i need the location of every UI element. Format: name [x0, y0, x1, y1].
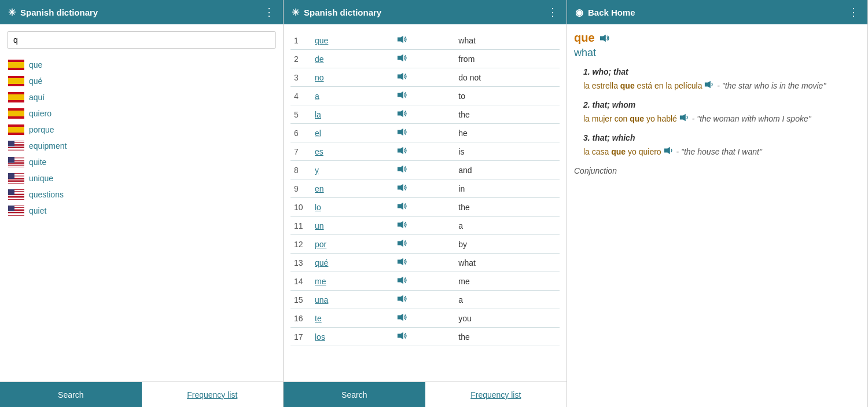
row-word[interactable]: que	[311, 31, 393, 50]
sense-sound[interactable]	[679, 113, 690, 122]
row-sound[interactable]	[393, 179, 455, 198]
row-word[interactable]: lo	[311, 198, 393, 217]
row-number: 12	[290, 235, 311, 254]
left-panel-content: quequéaquíquieroporqueequipmentquiteuniq…	[0, 24, 283, 382]
svg-marker-18	[705, 81, 711, 89]
row-word[interactable]: es	[311, 142, 393, 161]
row-sound[interactable]	[393, 68, 455, 87]
row-sound[interactable]	[393, 217, 455, 235]
list-item[interactable]: qué	[7, 73, 276, 89]
row-translation: is	[455, 142, 560, 161]
row-word[interactable]: te	[311, 309, 393, 328]
row-sound[interactable]	[393, 31, 455, 50]
list-item[interactable]: quiero	[7, 105, 276, 122]
row-translation: the	[455, 198, 560, 217]
search-left[interactable]: Search	[0, 382, 142, 407]
row-number: 16	[290, 309, 311, 328]
row-number: 9	[290, 179, 311, 198]
svg-marker-16	[398, 332, 403, 340]
right-panel-content: que what 1. who; that la estrella que es…	[567, 24, 867, 407]
svg-marker-3	[398, 91, 403, 99]
def-word-sound[interactable]	[599, 34, 610, 42]
right-panel-title-group: ◉ Back Home	[575, 7, 635, 18]
list-item[interactable]: quite	[7, 154, 276, 170]
definition-senses: 1. who; that la estrella que está en la …	[574, 67, 860, 158]
row-word[interactable]: un	[311, 217, 393, 235]
flag-es	[8, 92, 24, 102]
flag-es	[8, 76, 24, 86]
word-list: quequéaquíquieroporqueequipmentquiteuniq…	[7, 57, 276, 219]
middle-panel-content: 1 que what 2 de from 3 no do not 4 a to …	[284, 24, 567, 382]
word-text: quiet	[29, 206, 46, 215]
middle-panel-menu[interactable]: ⋮	[547, 6, 558, 19]
list-item[interactable]: questions	[7, 186, 276, 203]
table-row: 4 a to	[290, 87, 560, 105]
sense-example: la mujer con que yo hablé - "the woman w…	[583, 113, 860, 125]
row-word[interactable]: la	[311, 105, 393, 124]
row-sound[interactable]	[393, 309, 455, 328]
middle-panel-title: Spanish dictionary	[304, 8, 381, 17]
row-word[interactable]: una	[311, 291, 393, 309]
row-translation: in	[455, 179, 560, 198]
example-english: - "the house that I want"	[676, 147, 762, 156]
table-row: 11 un a	[290, 217, 560, 235]
word-text: aquí	[29, 93, 45, 102]
row-sound[interactable]	[393, 142, 455, 161]
svg-marker-5	[398, 129, 403, 136]
sense-item: 2. that; whom la mujer con que yo hablé …	[574, 100, 860, 125]
list-item[interactable]: porque	[7, 122, 276, 138]
row-word[interactable]: el	[311, 124, 393, 142]
sense-sound[interactable]	[704, 80, 715, 89]
flag-us	[8, 141, 24, 151]
sense-sound[interactable]	[664, 146, 674, 155]
row-sound[interactable]	[393, 235, 455, 254]
row-word[interactable]: los	[311, 328, 393, 346]
row-number: 2	[290, 50, 311, 68]
row-word[interactable]: a	[311, 87, 393, 105]
list-item[interactable]: quiet	[7, 203, 276, 219]
list-item[interactable]: que	[7, 57, 276, 73]
row-word[interactable]: y	[311, 161, 393, 179]
search-mid[interactable]: Search	[284, 382, 425, 407]
row-sound[interactable]	[393, 328, 455, 346]
row-word[interactable]: en	[311, 179, 393, 198]
row-sound[interactable]	[393, 291, 455, 309]
frequency-table: 1 que what 2 de from 3 no do not 4 a to …	[290, 31, 560, 346]
table-row: 13 qué what	[290, 254, 560, 272]
left-panel-menu[interactable]: ⋮	[264, 6, 275, 19]
row-word[interactable]: de	[311, 50, 393, 68]
row-translation: do not	[455, 68, 560, 87]
svg-marker-7	[398, 166, 403, 173]
table-row: 1 que what	[290, 31, 560, 50]
table-row: 2 de from	[290, 50, 560, 68]
svg-marker-17	[599, 34, 605, 42]
freq-mid[interactable]: Frequency list	[425, 382, 567, 407]
row-sound[interactable]	[393, 124, 455, 142]
row-word[interactable]: no	[311, 68, 393, 87]
freq-left[interactable]: Frequency list	[142, 382, 284, 407]
list-item[interactable]: aquí	[7, 89, 276, 105]
right-panel-menu[interactable]: ⋮	[848, 6, 859, 19]
row-word[interactable]: qué	[311, 254, 393, 272]
word-text: unique	[29, 174, 53, 183]
right-panel: ◉ Back Home ⋮ que what 1. who; that la e…	[567, 0, 868, 407]
table-row: 6 el he	[290, 124, 560, 142]
left-panel-title: Spanish dictionary	[20, 8, 98, 17]
row-sound[interactable]	[393, 161, 455, 179]
row-sound[interactable]	[393, 87, 455, 105]
row-sound[interactable]	[393, 254, 455, 272]
row-word[interactable]: por	[311, 235, 393, 254]
def-word-text[interactable]: que	[574, 31, 595, 45]
row-sound[interactable]	[393, 50, 455, 68]
svg-marker-8	[398, 184, 403, 192]
row-word[interactable]: me	[311, 272, 393, 291]
list-item[interactable]: unique	[7, 170, 276, 186]
svg-marker-2	[398, 73, 403, 80]
row-sound[interactable]	[393, 105, 455, 124]
list-item[interactable]: equipment	[7, 138, 276, 154]
row-sound[interactable]	[393, 272, 455, 291]
row-sound[interactable]	[393, 198, 455, 217]
row-translation: what	[455, 254, 560, 272]
search-input[interactable]	[7, 31, 276, 49]
flag-us	[8, 189, 24, 200]
